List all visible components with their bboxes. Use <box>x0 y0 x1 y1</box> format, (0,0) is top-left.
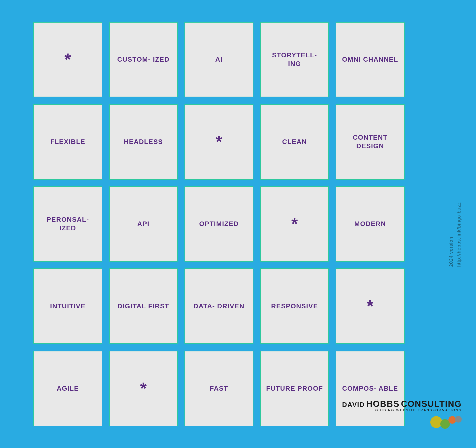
cell-label: INTUITIVE <box>50 302 85 310</box>
grid-cell-22[interactable]: FAST <box>184 351 254 426</box>
brand-consulting: CONSULTING <box>401 399 462 409</box>
grid-cell-13[interactable]: * <box>260 186 329 262</box>
cell-label: HEADLESS <box>124 138 163 146</box>
vertical-texts: 2024 version http://hobbs.link/bingo-buz… <box>448 17 462 267</box>
brand-hobbs: HOBBS <box>366 399 400 409</box>
grid-cell-10[interactable]: PERONSAL- IZED <box>33 186 102 262</box>
cell-label: CLEAN <box>282 138 307 146</box>
grid-cell-6[interactable]: HEADLESS <box>109 104 178 180</box>
brand-name-block: DAVID HOBBS CONSULTING GUIDING WEBSITE T… <box>342 399 462 412</box>
grid-cell-7[interactable]: * <box>184 104 254 180</box>
url-text: http://hobbs.link/bingo-buzz <box>456 202 462 267</box>
grid-cell-2[interactable]: AI <box>184 22 254 98</box>
grid-cell-18[interactable]: RESPONSIVE <box>260 268 329 344</box>
grid-area: *CUSTOM- IZEDAISTORYTELL- INGOMNI CHANNE… <box>12 8 417 441</box>
brand-david: DAVID <box>342 401 365 409</box>
cell-label: DATA- DRIVEN <box>193 302 245 310</box>
brand-subtitle: GUIDING WEBSITE TRANSFORMATIONS <box>342 409 462 412</box>
cell-label: RESPONSIVE <box>271 302 318 310</box>
grid-cell-14[interactable]: MODERN <box>336 186 405 262</box>
grid-cell-3[interactable]: STORYTELL- ING <box>260 22 329 98</box>
cell-label: CUSTOM- IZED <box>117 55 170 64</box>
grid-cell-9[interactable]: CONTENT DESIGN <box>336 104 405 180</box>
brand-block: DAVID HOBBS CONSULTING GUIDING WEBSITE T… <box>342 399 462 429</box>
asterisk-icon: * <box>367 298 374 314</box>
branding-section: DAVID HOBBS CONSULTING GUIDING WEBSITE T… <box>342 399 462 433</box>
cell-label: COMPOS- ABLE <box>342 384 398 393</box>
grid-cell-8[interactable]: CLEAN <box>260 104 329 180</box>
grid-cell-4[interactable]: OMNI CHANNEL <box>336 22 405 98</box>
version-text: 2024 version <box>448 237 454 267</box>
grid-cell-21[interactable]: * <box>109 351 178 426</box>
cell-label: CONTENT DESIGN <box>341 133 399 151</box>
asterisk-icon: * <box>64 51 71 68</box>
cell-label: FAST <box>210 384 228 393</box>
cell-label: AI <box>215 55 222 64</box>
cell-label: AGILE <box>57 384 79 393</box>
logo-circles <box>430 416 462 429</box>
grid-cell-16[interactable]: DIGITAL FIRST <box>109 268 178 344</box>
cell-label: OPTIMIZED <box>199 220 239 228</box>
grid-cell-11[interactable]: API <box>109 186 178 262</box>
cell-label: API <box>137 220 149 228</box>
grid-cell-23[interactable]: FUTURE PROOF <box>260 351 329 426</box>
sidebar: 2024 version http://hobbs.link/bingo-buz… <box>417 8 464 441</box>
main-container: *CUSTOM- IZEDAISTORYTELL- INGOMNI CHANNE… <box>12 8 464 441</box>
grid-cell-19[interactable]: * <box>336 268 405 344</box>
grid-cell-17[interactable]: DATA- DRIVEN <box>184 268 254 344</box>
grid-cell-12[interactable]: OPTIMIZED <box>184 186 254 262</box>
grid-cell-15[interactable]: INTUITIVE <box>33 268 102 344</box>
bingo-grid: *CUSTOM- IZEDAISTORYTELL- INGOMNI CHANNE… <box>33 22 405 426</box>
asterisk-icon: * <box>291 216 298 232</box>
asterisk-icon: * <box>140 380 147 397</box>
cell-label: MODERN <box>354 220 386 228</box>
grid-cell-20[interactable]: AGILE <box>33 351 102 426</box>
cell-label: FLEXIBLE <box>50 138 85 146</box>
grid-cell-1[interactable]: CUSTOM- IZED <box>109 22 178 98</box>
cell-label: STORYTELL- ING <box>266 51 324 68</box>
asterisk-icon: * <box>216 134 222 150</box>
grid-cell-5[interactable]: FLEXIBLE <box>33 104 102 180</box>
circle-gray <box>455 416 462 423</box>
circle-orange <box>448 416 456 424</box>
cell-label: PERONSAL- IZED <box>39 215 97 233</box>
grid-cell-0[interactable]: * <box>33 22 102 98</box>
cell-label: FUTURE PROOF <box>266 384 323 393</box>
cell-label: OMNI CHANNEL <box>342 55 398 64</box>
cell-label: DIGITAL FIRST <box>118 302 170 310</box>
